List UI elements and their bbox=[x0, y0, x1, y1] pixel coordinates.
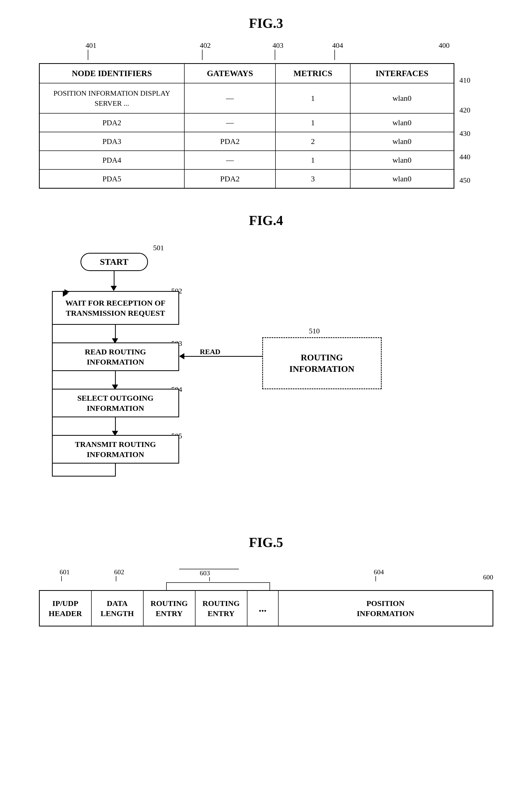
metric-cell-0: 1 bbox=[276, 83, 350, 113]
wait-box: WAIT FOR RECEPTION OF TRANSMISSION REQUE… bbox=[52, 291, 179, 325]
ref-603-brace-area: 603 bbox=[179, 569, 239, 581]
routing-info-box: ROUTING INFORMATION bbox=[262, 337, 382, 389]
svg-marker-0 bbox=[64, 289, 70, 294]
arrow-start-to-wait bbox=[114, 271, 114, 287]
loop-vert-left bbox=[52, 291, 53, 477]
col-header-interfaces: INTERFACES bbox=[350, 64, 454, 84]
row-ref-420: 420 bbox=[459, 106, 471, 114]
node-id-cell-0: POSITION INFORMATION DISPLAY SERVER ... bbox=[39, 83, 184, 113]
table-row: PDA3 PDA2 2 wlan0 bbox=[39, 132, 454, 151]
fig3-table-container: 401 402 403 404 bbox=[39, 41, 493, 192]
col-pointer-402: 402 bbox=[200, 41, 211, 60]
table-ref-400: 400 bbox=[439, 41, 450, 50]
fig5-title: FIG.5 bbox=[21, 535, 511, 550]
ref-604-label: 604 bbox=[374, 568, 384, 581]
fig4-section: FIG.4 501 START 502 WAIT FOR RECEPTION O… bbox=[21, 213, 511, 514]
col-pointer-403: 403 bbox=[273, 41, 284, 60]
fig3-title: FIG.3 bbox=[21, 16, 511, 31]
loop-arrow-svg bbox=[52, 288, 70, 296]
field-routing-entry-1: ROUTING ENTRY bbox=[144, 591, 195, 626]
metric-cell-4: 3 bbox=[276, 169, 350, 188]
node-id-cell-1: PDA2 bbox=[39, 113, 184, 132]
start-box: START bbox=[80, 253, 148, 271]
col-pointer-401: 401 bbox=[86, 41, 97, 60]
packet-ref-row: 601 602 603 6 bbox=[39, 560, 493, 581]
fig4-title: FIG.4 bbox=[21, 213, 511, 228]
col-pointer-404: 404 bbox=[332, 41, 343, 60]
interface-cell-3: wlan0 bbox=[350, 151, 454, 169]
metric-cell-1: 1 bbox=[276, 113, 350, 132]
arrow-read-to-select bbox=[115, 371, 116, 385]
interface-cell-1: wlan0 bbox=[350, 113, 454, 132]
table-row: PDA4 — 1 wlan0 bbox=[39, 151, 454, 169]
fig5-section: FIG.5 601 602 603 bbox=[21, 535, 511, 626]
loop-horiz-bottom bbox=[52, 476, 116, 477]
gateway-cell-0: — bbox=[184, 83, 276, 113]
table-row: POSITION INFORMATION DISPLAY SERVER ... … bbox=[39, 83, 454, 113]
packet-fields-row: IP/UDP HEADER DATA LENGTH ROUTING ENTRY … bbox=[39, 590, 493, 626]
arrow-select-to-transmit bbox=[115, 417, 116, 431]
brace-row bbox=[39, 582, 493, 590]
interface-cell-4: wlan0 bbox=[350, 169, 454, 188]
arrow-wait-to-read bbox=[115, 325, 116, 339]
node-id-cell-4: PDA5 bbox=[39, 169, 184, 188]
gateway-cell-2: PDA2 bbox=[184, 132, 276, 151]
row-ref-440: 440 bbox=[459, 153, 471, 161]
fig3-section: FIG.3 401 402 403 bbox=[21, 16, 511, 192]
brace-line-top bbox=[166, 582, 270, 583]
read-label: READ bbox=[200, 348, 221, 356]
col-header-node-id: NODE IDENTIFIERS bbox=[39, 64, 184, 84]
field-data-length: DATA LENGTH bbox=[92, 591, 144, 626]
arrowhead-start-wait bbox=[111, 286, 117, 291]
transmit-box: TRANSMIT ROUTING INFORMATION bbox=[52, 435, 179, 464]
field-ip-udp-header: IP/UDP HEADER bbox=[40, 591, 92, 626]
row-ref-450: 450 bbox=[459, 176, 471, 184]
ref-602-label: 602 bbox=[114, 568, 125, 581]
brace-line-left bbox=[166, 582, 167, 590]
row-ref-430: 430 bbox=[459, 129, 471, 138]
ref-603-label: 603 bbox=[200, 569, 210, 577]
col-header-metrics: METRICS bbox=[276, 64, 350, 84]
loop-down bbox=[115, 464, 116, 477]
ref-510: 510 bbox=[309, 327, 320, 335]
gateway-cell-3: — bbox=[184, 151, 276, 169]
ref-601-label: 601 bbox=[60, 568, 70, 581]
table-header-row: NODE IDENTIFIERS GATEWAYS METRICS INTERF… bbox=[39, 64, 454, 84]
interface-cell-0: wlan0 bbox=[350, 83, 454, 113]
select-box: SELECT OUTGOING INFORMATION bbox=[52, 389, 179, 417]
table-row: PDA2 — 1 wlan0 bbox=[39, 113, 454, 132]
metric-cell-2: 2 bbox=[276, 132, 350, 151]
field-position-information: POSITION INFORMATION bbox=[279, 591, 493, 626]
field-dots: ... bbox=[247, 591, 279, 626]
ref-600-label: 600 bbox=[483, 573, 493, 581]
read-box: READ ROUTING INFORMATION bbox=[52, 343, 179, 371]
node-id-cell-3: PDA4 bbox=[39, 151, 184, 169]
gateway-cell-4: PDA2 bbox=[184, 169, 276, 188]
routing-table: NODE IDENTIFIERS GATEWAYS METRICS INTERF… bbox=[39, 63, 454, 189]
arrowhead-read bbox=[179, 353, 184, 360]
row-ref-labels: 410 420 430 440 450 bbox=[459, 41, 471, 192]
interface-cell-2: wlan0 bbox=[350, 132, 454, 151]
table-row: PDA5 PDA2 3 wlan0 bbox=[39, 169, 454, 188]
brace-line-right bbox=[269, 582, 270, 590]
field-routing-entry-2: ROUTING ENTRY bbox=[195, 591, 247, 626]
row-ref-410: 410 bbox=[459, 76, 471, 85]
col-header-gateways: GATEWAYS bbox=[184, 64, 276, 84]
metric-cell-3: 1 bbox=[276, 151, 350, 169]
read-arrow-line bbox=[184, 356, 262, 357]
ref-501: 501 bbox=[153, 244, 164, 252]
node-id-cell-2: PDA3 bbox=[39, 132, 184, 151]
gateway-cell-1: — bbox=[184, 113, 276, 132]
